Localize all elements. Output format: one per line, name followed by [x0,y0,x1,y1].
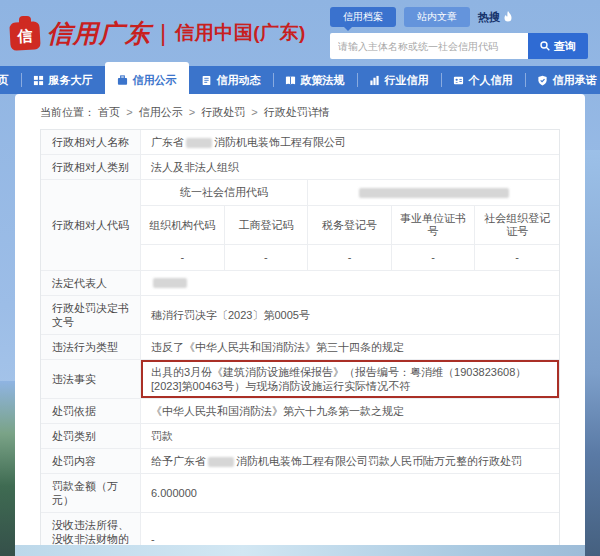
row-value-penalty-category: 罚款 [141,424,559,448]
table-row: 行政相对人名称 广东省消防机电装饰工程有限公司 [41,130,559,155]
table-row: 法定代表人 [41,271,559,296]
content-card: 当前位置： 首页 > 信用公示 > 行政处罚 > 行政处罚详情 行政相对人名称 … [15,94,585,545]
row-value-fine-amount: 6.000000 [141,474,559,512]
row-value-doc-no: 穗消行罚决字〔2023〕第0005号 [141,296,559,334]
code-header: 组织机构代码 [141,206,225,244]
row-value-violation-type: 违反了《中华人民共和国消防法》第三十四条的规定 [141,335,559,359]
table-row: 罚款金额（万元） 6.000000 [41,474,559,513]
book-icon [285,75,296,86]
search-button[interactable]: 查询 [528,33,588,59]
uscc-label: 统一社会信用代码 [141,180,308,205]
breadcrumb-credit-publicity[interactable]: 信用公示 [139,106,183,118]
code-value: - [475,245,559,270]
background-photo-right [585,150,600,556]
flame-icon [503,11,513,23]
nav-item-service-hall[interactable]: 服务大厅 [21,66,105,94]
nav-item-home[interactable]: 首页 [0,66,21,94]
code-value: - [225,245,309,270]
row-label: 处罚内容 [41,449,141,473]
logo-divider: | [160,19,166,47]
code-header: 工商登记码 [225,206,309,244]
row-value-confiscation-amount: - [141,513,559,545]
row-label: 行政相对人代码 [41,180,141,270]
row-label: 没收违法所得、没收非法财物的金额（万元） [41,513,141,545]
code-header: 社会组织登记证号 [475,206,559,244]
nav-item-credit-news[interactable]: 信用动态 [189,66,273,94]
search-tab-credit-archive[interactable]: 信用档案 [330,7,396,27]
code-value: - [308,245,392,270]
row-label: 行政相对人名称 [41,130,141,154]
penalty-detail-table: 行政相对人名称 广东省消防机电装饰工程有限公司 行政相对人类别 法人及非法人组织… [40,129,560,545]
breadcrumb-prefix: 当前位置： [40,106,95,118]
breadcrumb: 当前位置： 首页 > 信用公示 > 行政处罚 > 行政处罚详情 [15,94,585,129]
id-card-icon [453,75,464,86]
uscc-value [308,180,559,205]
redacted-text [208,457,234,467]
row-label: 罚款金额（万元） [41,474,141,512]
row-value-penalty-content: 给予广东省消防机电装饰工程有限公司罚款人民币陆万元整的行政处罚 [141,449,559,473]
row-label: 行政相对人类别 [41,155,141,179]
briefcase-icon [117,75,128,86]
table-row: 没收违法所得、没收非法财物的金额（万元） - [41,513,559,545]
breadcrumb-admin-penalty[interactable]: 行政处罚 [201,106,245,118]
table-row: 违法行为类型 违反了《中华人民共和国消防法》第三十四条的规定 [41,335,559,360]
search-tab-site-articles[interactable]: 站内文章 [404,7,470,27]
background-photo-left [0,381,15,556]
row-value-legal-rep [141,271,559,295]
row-label: 法定代表人 [41,271,141,295]
grid-icon [33,75,44,86]
row-label: 行政处罚决定书文号 [41,296,141,334]
site-header: 信 信用广东 | 信用中国(广东) 信用档案 站内文章 热搜 查询 [0,0,600,66]
seal-logo-icon: 信 [10,16,40,50]
hot-search-label: 热搜 [478,10,500,25]
row-value-party-category: 法人及非法人组织 [141,155,559,179]
search-input[interactable] [330,33,528,59]
table-row: 违法事实 出具的3月份《建筑消防设施维保报告》（报告编号：粤消维（1903823… [41,360,559,399]
row-label: 处罚类别 [41,424,141,448]
code-value: - [141,245,225,270]
hot-search[interactable]: 热搜 [478,10,513,25]
row-value-party-name: 广东省消防机电装饰工程有限公司 [141,130,559,154]
code-header: 事业单位证书号 [392,206,476,244]
nav-item-policies[interactable]: 政策法规 [273,66,357,94]
row-value-party-codes: 统一社会信用代码 组织机构代码 工商登记码 税务登记号 事业单位证书号 社会组织… [141,180,559,270]
nav-item-personal-credit[interactable]: 个人信用 [441,66,525,94]
brand-title: 信用广东 [47,17,151,50]
table-row: 行政相对人代码 统一社会信用代码 组织机构代码 工商登记码 税务登记号 事业单位… [41,180,559,271]
row-value-penalty-basis: 《中华人民共和国消防法》第六十九条第一款之规定 [141,399,559,423]
redacted-text [359,188,509,198]
background-photo-bottom [15,545,585,556]
search-module: 信用档案 站内文章 热搜 查询 [330,7,588,59]
table-row: 行政处罚决定书文号 穗消行罚决字〔2023〕第0005号 [41,296,559,335]
table-row: 处罚类别 罚款 [41,424,559,449]
row-value-violation-facts-highlighted: 出具的3月份《建筑消防设施维保报告》（报告编号：粤消维（1903823608）[… [141,360,559,398]
document-icon [201,75,212,86]
row-label: 处罚依据 [41,399,141,423]
nav-item-industry-credit[interactable]: 行业信用 [357,66,441,94]
code-header: 税务登记号 [308,206,392,244]
table-row: 行政相对人类别 法人及非法人组织 [41,155,559,180]
site-title: 信用中国(广东) [175,20,306,46]
main-nav: 首页 服务大厅 信用公示 信用动态 政策法规 行业信用 个人信用 信用承诺 [0,66,600,94]
nav-item-credit-commitment[interactable]: 信用承诺 [525,66,600,94]
table-row: 处罚依据 《中华人民共和国消防法》第六十九条第一款之规定 [41,399,559,424]
table-row: 处罚内容 给予广东省消防机电装饰工程有限公司罚款人民币陆万元整的行政处罚 [41,449,559,474]
row-label: 违法行为类型 [41,335,141,359]
site-logo: 信 信用广东 | 信用中国(广东) [10,16,306,50]
breadcrumb-penalty-detail: 行政处罚详情 [264,106,330,118]
code-value: - [392,245,476,270]
breadcrumb-home[interactable]: 首页 [98,106,120,118]
search-icon [540,41,550,51]
bar-chart-icon [369,75,380,86]
nav-item-credit-publicity[interactable]: 信用公示 [105,62,189,94]
redacted-text [153,278,187,288]
row-label: 违法事实 [41,360,141,398]
shield-icon [537,75,548,86]
redacted-text [186,138,212,148]
